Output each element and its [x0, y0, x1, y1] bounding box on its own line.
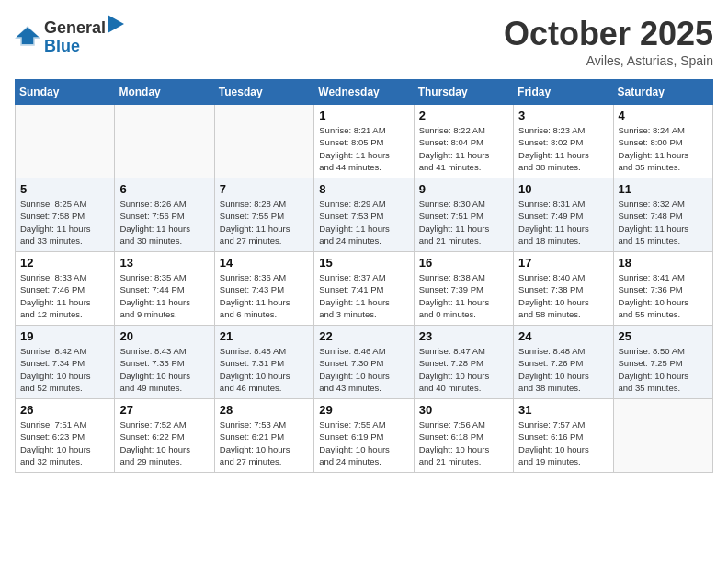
calendar-week-row-2: 5Sunrise: 8:25 AM Sunset: 7:58 PM Daylig… [16, 178, 713, 252]
svg-marker-1 [108, 15, 124, 33]
weekday-header-monday: Monday [115, 80, 214, 105]
calendar-cell: 17Sunrise: 8:40 AM Sunset: 7:38 PM Dayli… [514, 252, 613, 326]
day-info: Sunrise: 8:36 AM Sunset: 7:43 PM Dayligh… [220, 271, 309, 320]
calendar-week-row-5: 26Sunrise: 7:51 AM Sunset: 6:23 PM Dayli… [16, 399, 713, 473]
day-info: Sunrise: 8:47 AM Sunset: 7:28 PM Dayligh… [419, 345, 508, 394]
calendar-cell: 24Sunrise: 8:48 AM Sunset: 7:26 PM Dayli… [514, 326, 613, 399]
calendar-cell: 31Sunrise: 7:57 AM Sunset: 6:16 PM Dayli… [514, 399, 613, 473]
day-number: 8 [319, 182, 408, 196]
calendar-cell [115, 105, 214, 178]
month-title: October 2025 [504, 15, 713, 53]
logo-icon [15, 24, 40, 46]
day-info: Sunrise: 8:37 AM Sunset: 7:41 PM Dayligh… [319, 271, 408, 320]
day-number: 28 [220, 403, 309, 417]
calendar-cell: 19Sunrise: 8:42 AM Sunset: 7:34 PM Dayli… [16, 326, 115, 399]
calendar-week-row-1: 1Sunrise: 8:21 AM Sunset: 8:05 PM Daylig… [16, 105, 713, 178]
calendar-table: SundayMondayTuesdayWednesdayThursdayFrid… [15, 79, 713, 473]
day-info: Sunrise: 7:52 AM Sunset: 6:22 PM Dayligh… [119, 419, 209, 467]
calendar-cell: 25Sunrise: 8:50 AM Sunset: 7:25 PM Dayli… [613, 326, 712, 399]
day-info: Sunrise: 8:35 AM Sunset: 7:44 PM Dayligh… [119, 271, 209, 320]
day-info: Sunrise: 8:48 AM Sunset: 7:26 PM Dayligh… [518, 345, 608, 394]
page-header: General Blue October 2025 Aviles, Asturi… [15, 15, 713, 68]
day-number: 4 [619, 109, 708, 122]
day-number: 31 [518, 403, 608, 417]
calendar-cell: 21Sunrise: 8:45 AM Sunset: 7:31 PM Dayli… [214, 326, 313, 399]
day-number: 6 [119, 182, 209, 196]
day-number: 13 [119, 256, 209, 270]
day-info: Sunrise: 8:25 AM Sunset: 7:58 PM Dayligh… [20, 198, 109, 247]
calendar-cell: 27Sunrise: 7:52 AM Sunset: 6:22 PM Dayli… [115, 399, 214, 473]
day-info: Sunrise: 7:53 AM Sunset: 6:21 PM Dayligh… [220, 419, 309, 467]
day-number: 3 [518, 109, 608, 122]
location: Aviles, Asturias, Spain [504, 53, 713, 68]
day-number: 26 [20, 403, 109, 417]
calendar-cell: 1Sunrise: 8:21 AM Sunset: 8:05 PM Daylig… [314, 105, 414, 178]
day-info: Sunrise: 8:31 AM Sunset: 7:49 PM Dayligh… [518, 198, 608, 247]
day-number: 25 [619, 329, 708, 343]
calendar-cell: 11Sunrise: 8:32 AM Sunset: 7:48 PM Dayli… [613, 178, 712, 252]
day-info: Sunrise: 8:30 AM Sunset: 7:51 PM Dayligh… [419, 198, 508, 247]
calendar-cell: 10Sunrise: 8:31 AM Sunset: 7:49 PM Dayli… [514, 178, 613, 252]
day-info: Sunrise: 8:26 AM Sunset: 7:56 PM Dayligh… [119, 198, 209, 247]
day-number: 29 [319, 403, 408, 417]
calendar-cell: 8Sunrise: 8:29 AM Sunset: 7:53 PM Daylig… [314, 178, 414, 252]
day-number: 30 [419, 403, 508, 417]
day-number: 17 [518, 256, 608, 270]
calendar-cell: 6Sunrise: 8:26 AM Sunset: 7:56 PM Daylig… [115, 178, 214, 252]
day-info: Sunrise: 8:43 AM Sunset: 7:33 PM Dayligh… [119, 345, 209, 394]
day-number: 19 [20, 329, 109, 343]
calendar-cell: 30Sunrise: 7:56 AM Sunset: 6:18 PM Dayli… [414, 399, 513, 473]
day-number: 5 [20, 182, 109, 196]
day-info: Sunrise: 7:51 AM Sunset: 6:23 PM Dayligh… [20, 419, 109, 467]
weekday-header-tuesday: Tuesday [214, 80, 313, 105]
calendar-cell: 2Sunrise: 8:22 AM Sunset: 8:04 PM Daylig… [414, 105, 513, 178]
day-info: Sunrise: 8:29 AM Sunset: 7:53 PM Dayligh… [319, 198, 408, 247]
day-info: Sunrise: 7:55 AM Sunset: 6:19 PM Dayligh… [319, 419, 408, 467]
weekday-header-sunday: Sunday [16, 80, 115, 105]
day-info: Sunrise: 8:32 AM Sunset: 7:48 PM Dayligh… [619, 198, 708, 247]
calendar-cell [16, 105, 115, 178]
day-number: 22 [319, 329, 408, 343]
calendar-cell: 3Sunrise: 8:23 AM Sunset: 8:02 PM Daylig… [514, 105, 613, 178]
calendar-cell: 16Sunrise: 8:38 AM Sunset: 7:39 PM Dayli… [414, 252, 513, 326]
day-number: 16 [419, 256, 508, 270]
day-number: 18 [619, 256, 708, 270]
calendar-cell [214, 105, 313, 178]
day-number: 23 [419, 329, 508, 343]
day-info: Sunrise: 7:57 AM Sunset: 6:16 PM Dayligh… [518, 419, 608, 467]
day-info: Sunrise: 8:33 AM Sunset: 7:46 PM Dayligh… [20, 271, 109, 320]
day-number: 12 [20, 256, 109, 270]
weekday-header-thursday: Thursday [414, 80, 513, 105]
day-info: Sunrise: 8:42 AM Sunset: 7:34 PM Dayligh… [20, 345, 109, 394]
calendar-week-row-3: 12Sunrise: 8:33 AM Sunset: 7:46 PM Dayli… [16, 252, 713, 326]
calendar-cell: 18Sunrise: 8:41 AM Sunset: 7:36 PM Dayli… [613, 252, 712, 326]
day-number: 21 [220, 329, 309, 343]
calendar-cell: 15Sunrise: 8:37 AM Sunset: 7:41 PM Dayli… [314, 252, 414, 326]
day-info: Sunrise: 8:45 AM Sunset: 7:31 PM Dayligh… [220, 345, 309, 394]
title-block: October 2025 Aviles, Asturias, Spain [504, 15, 713, 68]
calendar-cell: 13Sunrise: 8:35 AM Sunset: 7:44 PM Dayli… [115, 252, 214, 326]
svg-marker-0 [15, 26, 40, 46]
day-info: Sunrise: 8:24 AM Sunset: 8:00 PM Dayligh… [619, 124, 708, 173]
calendar-cell: 7Sunrise: 8:28 AM Sunset: 7:55 PM Daylig… [214, 178, 313, 252]
day-info: Sunrise: 8:38 AM Sunset: 7:39 PM Dayligh… [419, 271, 508, 320]
day-number: 14 [220, 256, 309, 270]
calendar-cell: 23Sunrise: 8:47 AM Sunset: 7:28 PM Dayli… [414, 326, 513, 399]
weekday-header-wednesday: Wednesday [314, 80, 414, 105]
weekday-header-row: SundayMondayTuesdayWednesdayThursdayFrid… [16, 80, 713, 105]
day-number: 11 [619, 182, 708, 196]
weekday-header-friday: Friday [514, 80, 613, 105]
day-info: Sunrise: 8:50 AM Sunset: 7:25 PM Dayligh… [619, 345, 708, 394]
day-info: Sunrise: 8:23 AM Sunset: 8:02 PM Dayligh… [518, 124, 608, 173]
calendar-cell [613, 399, 712, 473]
day-info: Sunrise: 8:46 AM Sunset: 7:30 PM Dayligh… [319, 345, 408, 394]
calendar-cell: 29Sunrise: 7:55 AM Sunset: 6:19 PM Dayli… [314, 399, 414, 473]
logo-text: General Blue [44, 15, 124, 56]
weekday-header-saturday: Saturday [613, 80, 712, 105]
calendar-cell: 26Sunrise: 7:51 AM Sunset: 6:23 PM Dayli… [16, 399, 115, 473]
day-info: Sunrise: 8:40 AM Sunset: 7:38 PM Dayligh… [518, 271, 608, 320]
day-number: 7 [220, 182, 309, 196]
calendar-week-row-4: 19Sunrise: 8:42 AM Sunset: 7:34 PM Dayli… [16, 326, 713, 399]
calendar-cell: 28Sunrise: 7:53 AM Sunset: 6:21 PM Dayli… [214, 399, 313, 473]
calendar-cell: 12Sunrise: 8:33 AM Sunset: 7:46 PM Dayli… [16, 252, 115, 326]
